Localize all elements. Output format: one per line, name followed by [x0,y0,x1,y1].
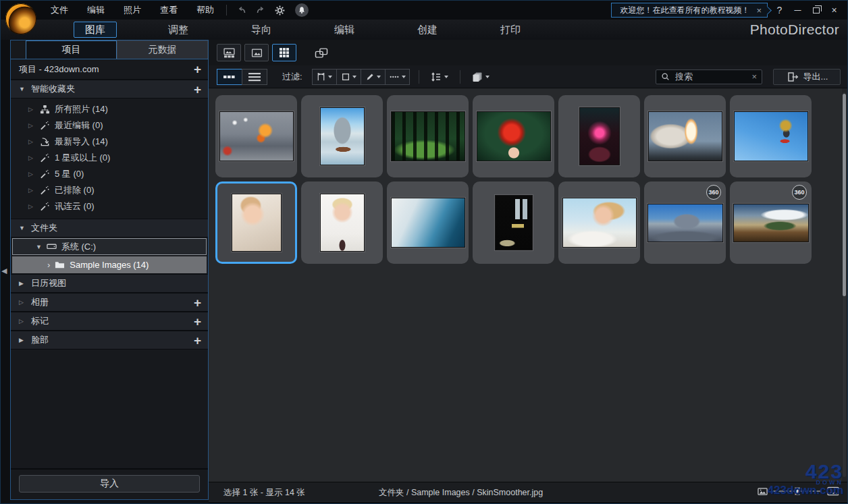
calendar-view-header[interactable]: ▶ 日历视图 [11,274,208,293]
photo-cell[interactable] [387,181,469,264]
thumbnail-size-slider[interactable] [773,491,822,492]
smart-collection-label: 智能收藏夹 [31,83,75,95]
photo-cell[interactable] [558,181,640,264]
view-single-mode-button[interactable] [244,44,269,61]
tree-item-rejected[interactable]: ▷已排除 (0) [11,182,208,198]
smart-collection-tree: ▷所有照片 (14) ▷最近编辑 (0) ▷最新导入 (14) ▷1 星或以上 … [11,99,208,219]
add-face-button[interactable]: + [194,334,201,347]
add-tag-button[interactable]: + [194,315,201,328]
notification-bell-icon[interactable] [295,3,309,17]
tree-item-all-photos[interactable]: ▷所有照片 (14) [11,101,208,117]
slider-thumb[interactable] [795,487,800,495]
add-album-button[interactable]: + [194,296,201,309]
filter-label: 过滤: [282,71,302,83]
photo-cell[interactable] [301,181,383,264]
settings-gear-icon[interactable] [270,3,290,18]
thumbnail-large-icon[interactable] [827,485,839,497]
tags-header[interactable]: ▷ 标记 + [11,312,208,331]
expand-icon: ▷ [28,122,35,129]
tags-label: 标记 [31,315,49,327]
add-smart-collection-button[interactable]: + [194,83,201,96]
menu-photo[interactable]: 照片 [117,1,148,19]
expand-icon: ▷ [28,138,35,145]
menu-help[interactable]: 帮助 [190,1,221,19]
photo-cell[interactable]: 360 [730,181,812,264]
filter-color-label-button[interactable] [336,69,361,85]
photo-thumbnail [219,111,294,161]
menu-bar: 文件 编辑 照片 查看 帮助 [44,1,221,19]
welcome-tooltip-close-icon[interactable]: × [756,5,762,16]
tab-guided[interactable]: 导向 [240,22,283,38]
photo-cell[interactable] [473,181,554,264]
redo-icon[interactable] [251,3,270,17]
tree-item-sample-images[interactable]: › Sample Images (14) [12,256,207,273]
menu-file[interactable]: 文件 [44,1,75,19]
photo-cell[interactable] [387,95,469,177]
tab-library[interactable]: 图库 [74,22,117,38]
folders-header[interactable]: ▼ 文件夹 [11,219,208,237]
minimize-button[interactable]: ─ [789,5,807,16]
collapse-left-icon[interactable]: ◀ [1,267,7,275]
restore-button[interactable] [807,5,825,16]
status-bar: 选择 1 张 - 显示 14 张 文件夹 / Sample Images / S… [209,482,848,501]
photodirector-window: 文件 编辑 照片 查看 帮助 欢迎您！在此查看所有的教程视频！ × ? ─ × … [0,0,848,504]
view-browser-mode-button[interactable] [217,44,241,61]
photo-cell[interactable] [473,95,554,177]
photo-cell[interactable] [730,95,812,177]
photo-cell[interactable] [558,95,640,177]
filter-more-button[interactable] [385,69,410,85]
menu-view[interactable]: 查看 [153,1,184,19]
scrollbar-thumb[interactable] [843,94,846,296]
help-button[interactable]: ? [770,5,789,16]
photo-cell[interactable]: 360 [644,181,726,264]
photo-cell[interactable] [644,95,726,177]
triangle-right-icon: ▶ [19,280,31,287]
project-header-label: 项目 - 423down.com [19,63,99,76]
dual-display-button[interactable] [309,44,334,61]
stack-button[interactable] [469,69,492,85]
photo-cell-selected[interactable] [215,181,297,264]
clear-search-icon[interactable]: × [751,72,757,82]
search-box[interactable]: × [656,69,762,84]
tab-create[interactable]: 创建 [406,22,449,38]
chevron-down-icon [377,76,381,78]
thumbnail-small-icon[interactable] [758,486,768,497]
expand-icon: ▷ [28,203,35,210]
tab-print[interactable]: 打印 [489,22,532,38]
filter-edited-button[interactable] [361,69,386,85]
view-grid-mode-button[interactable] [272,44,296,61]
tab-edit[interactable]: 编辑 [323,22,366,38]
filter-flags-button[interactable] [312,69,337,85]
grid-scrollbar[interactable] [843,92,846,477]
add-project-button[interactable]: + [194,63,201,76]
tree-item-drive-c[interactable]: ▼ 系统 (C:) [12,238,207,255]
photo-thumbnail [320,107,365,165]
close-button[interactable]: × [825,5,843,16]
photo-cell[interactable] [301,95,383,177]
tree-item-cyberlink-cloud[interactable]: ▷讯连云 (0) [11,198,208,215]
sort-button[interactable] [428,69,451,85]
photo-thumbnail [232,194,282,252]
sidebar-tab-project[interactable]: 项目 [26,40,117,59]
list-view-button[interactable] [242,69,267,85]
sidebar-tab-metadata[interactable]: 元数据 [117,40,208,59]
triangle-down-icon: ▼ [19,86,31,92]
tab-adjust[interactable]: 调整 [157,22,200,38]
project-header: 项目 - 423down.com + [11,59,208,80]
tree-item-latest-import[interactable]: ▷最新导入 (14) [11,134,208,150]
thumbnail-size-small-button[interactable] [217,69,242,85]
tree-item-five-star[interactable]: ▷5 星 (0) [11,166,208,182]
menu-edit[interactable]: 编辑 [80,1,111,19]
calendar-view-label: 日历视图 [31,277,66,289]
smart-collection-header[interactable]: ▼ 智能收藏夹 + [11,80,208,99]
undo-icon[interactable] [232,3,251,17]
tree-item-one-star-up[interactable]: ▷1 星或以上 (0) [11,150,208,166]
import-button[interactable]: 导入 [19,475,200,493]
view-toolbar [209,40,848,65]
search-input[interactable] [674,71,747,82]
tree-item-recently-edited[interactable]: ▷最近编辑 (0) [11,117,208,134]
photo-cell[interactable] [215,95,297,177]
albums-header[interactable]: ▷ 相册 + [11,293,208,312]
faces-header[interactable]: ▶ 脸部 + [11,331,208,349]
export-button[interactable]: 导出... [773,69,841,85]
